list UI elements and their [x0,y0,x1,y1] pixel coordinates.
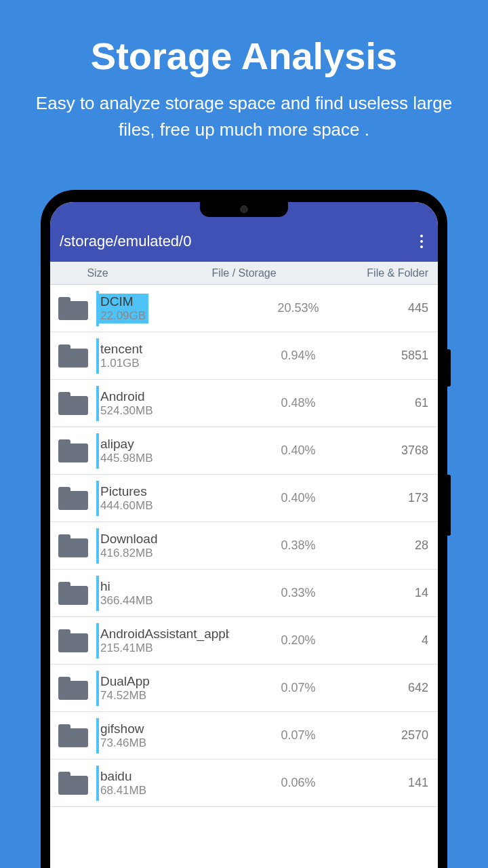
usage-bar [96,671,99,706]
item-count: 141 [367,776,428,790]
item-size: 68.41MB [100,784,229,797]
folder-icon [58,724,88,747]
item-count: 3768 [367,443,428,458]
folder-icon [58,534,88,557]
folder-icon [58,582,88,605]
item-percent: 0.38% [229,538,367,553]
name-size-block: gifshow73.46MB [100,722,229,750]
list-item[interactable]: Pictures444.60MB0.40%173 [50,475,438,522]
name-size-block: hi366.44MB [100,579,229,608]
name-size-block: DualApp74.52MB [100,674,229,703]
item-percent: 20.53% [229,301,367,315]
list-item[interactable]: hi366.44MB0.33%14 [50,570,438,617]
item-percent: 0.06% [229,776,367,790]
usage-bar [96,386,99,421]
folder-icon [58,487,88,510]
list-item[interactable]: Download416.82MB0.38%28 [50,522,438,570]
item-percent: 0.48% [229,396,367,410]
phone-notch [200,202,288,217]
item-name: baidu [100,769,229,784]
item-count: 61 [367,396,428,410]
name-size-block: AndroidAssistant_appbackup215.41MB [100,627,229,655]
list-item[interactable]: AndroidAssistant_appbackup215.41MB0.20%4 [50,617,438,665]
item-percent: 0.20% [229,633,367,648]
item-name: Pictures [100,484,229,499]
item-name: alipay [100,437,229,452]
name-size-block: baidu68.41MB [100,769,229,797]
name-size-block: alipay445.98MB [100,437,229,465]
phone-volume-button [447,475,451,536]
overflow-menu-icon[interactable] [415,229,428,254]
folder-icon [58,677,88,700]
usage-bar [96,718,99,753]
phone-power-button [447,349,451,387]
item-percent: 0.07% [229,681,367,695]
item-name: Android [100,389,229,404]
phone-frame: /storage/emulated/0 Size File / Storage … [41,190,447,868]
folder-icon [58,439,88,462]
item-count: 445 [367,301,428,315]
column-header: Size File / Storage File & Folder [50,262,438,285]
item-count: 5851 [367,349,428,363]
item-percent: 0.40% [229,443,367,458]
col-count-label[interactable]: File & Folder [343,267,438,279]
folder-icon [58,629,88,652]
item-percent: 0.40% [229,491,367,505]
item-name: AndroidAssistant_appbackup [100,627,229,642]
list-item[interactable]: DCIM22.09GB20.53%445 [50,285,438,332]
item-percent: 0.33% [229,586,367,600]
item-size: 416.82MB [100,547,229,560]
list-item[interactable]: alipay445.98MB0.40%3768 [50,427,438,475]
name-size-block: Pictures444.60MB [100,484,229,513]
item-count: 173 [367,491,428,505]
name-size-block: Download416.82MB [100,532,229,560]
list-item[interactable]: baidu68.41MB0.06%141 [50,760,438,807]
folder-icon [58,772,88,795]
list-item[interactable]: tencent1.01GB0.94%5851 [50,332,438,380]
usage-bar [96,623,99,658]
path-title: /storage/emulated/0 [60,233,415,250]
usage-bar [96,433,99,469]
item-size: 366.44MB [100,594,229,608]
item-count: 642 [367,681,428,695]
folder-icon [58,344,88,368]
item-name: DCIM [100,294,146,309]
col-ratio-label[interactable]: File / Storage [145,267,343,279]
item-name: Download [100,532,229,547]
usage-bar [96,338,99,374]
item-count: 14 [367,586,428,600]
item-count: 2570 [367,728,428,743]
item-size: 524.30MB [100,404,229,418]
folder-icon [58,297,88,320]
item-name: DualApp [100,674,229,689]
list-item[interactable]: gifshow73.46MB0.07%2570 [50,712,438,760]
item-size: 215.41MB [100,642,229,655]
usage-bar [96,528,99,564]
item-size: 22.09GB [100,309,146,323]
item-size: 445.98MB [100,452,229,465]
name-size-block: DCIM22.09GB [100,294,229,323]
col-size-label[interactable]: Size [50,267,145,279]
item-size: 74.52MB [100,689,229,703]
folder-icon [58,392,88,415]
item-size: 1.01GB [100,357,229,370]
item-name: gifshow [100,722,229,736]
phone-screen: /storage/emulated/0 Size File / Storage … [50,202,438,868]
promo-title: Storage Analysis [0,34,488,78]
item-percent: 0.07% [229,728,367,743]
app-bar: /storage/emulated/0 [50,221,438,262]
list-item[interactable]: Android524.30MB0.48%61 [50,380,438,427]
usage-bar [96,576,99,611]
item-size: 73.46MB [100,736,229,750]
item-name: tencent [100,342,229,357]
front-camera [241,205,248,213]
item-name: hi [100,579,229,594]
list-item[interactable]: DualApp74.52MB0.07%642 [50,665,438,712]
item-count: 4 [367,633,428,648]
usage-bar [96,766,99,801]
name-size-block: tencent1.01GB [100,342,229,370]
item-size: 444.60MB [100,499,229,513]
promo-subtitle: Easy to analyze storage space and find u… [0,90,488,143]
name-size-block: Android524.30MB [100,389,229,418]
item-count: 28 [367,538,428,553]
